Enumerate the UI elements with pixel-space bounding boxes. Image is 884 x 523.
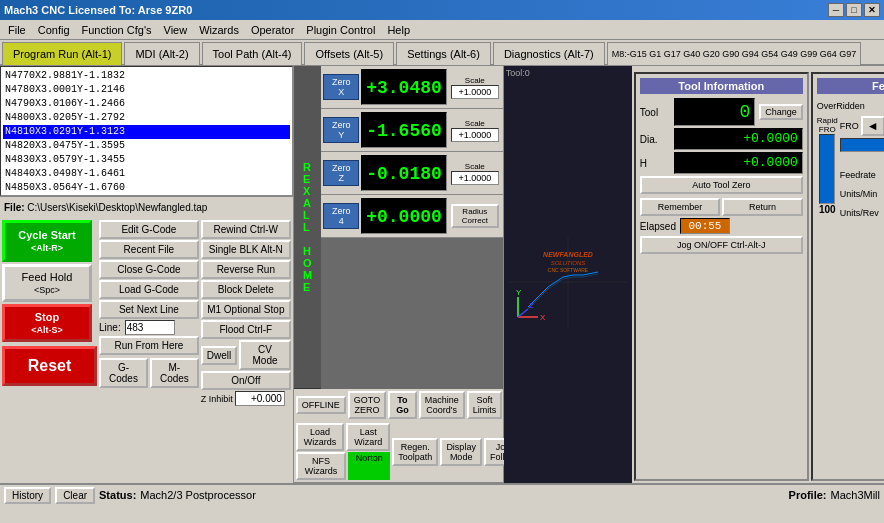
remember-button[interactable]: Remember bbox=[640, 198, 721, 216]
dro-4-scale: Radius Correct bbox=[449, 204, 501, 228]
cv-mode-button[interactable]: CV Mode bbox=[239, 340, 291, 370]
m1-optional-button[interactable]: M1 Optional Stop bbox=[201, 300, 291, 319]
close-gcode-button[interactable]: Close G-Code bbox=[99, 260, 199, 279]
scale-label-x: Scale bbox=[465, 76, 485, 85]
menu-config[interactable]: Config bbox=[32, 22, 76, 38]
feed-rate-title: Feed Rate bbox=[817, 78, 884, 94]
on-off-button[interactable]: On/Off bbox=[201, 371, 291, 390]
single-blk-button[interactable]: Single BLK Alt-N bbox=[201, 240, 291, 259]
dwell-button[interactable]: Dwell bbox=[201, 346, 237, 365]
dro-bottom-controls: OFFLINE GOTOZERO To Go MachineCoord's So… bbox=[294, 389, 503, 421]
fro-controls-area: RapidFRO 100 FRO ◄ ► bbox=[817, 116, 884, 222]
svg-text:NEWFANGLED: NEWFANGLED bbox=[543, 251, 593, 258]
z-inhibit-input[interactable] bbox=[235, 391, 285, 406]
feed-hold-button[interactable]: Feed Hold <Spc> bbox=[2, 264, 92, 302]
tool-label: Tool bbox=[640, 107, 670, 118]
dro-x-row: ZeroX +3.0480 Scale bbox=[321, 66, 503, 109]
dro-z-scale: Scale bbox=[449, 162, 501, 185]
menu-help[interactable]: Help bbox=[381, 22, 416, 38]
gcode-line-active: N4810X3.0291Y-1.3123 bbox=[3, 125, 290, 139]
to-go-button[interactable]: To Go bbox=[388, 391, 417, 419]
scale-x-input[interactable] bbox=[451, 85, 499, 99]
tab-program-run[interactable]: Program Run (Alt-1) bbox=[2, 42, 122, 66]
tab-offsets[interactable]: Offsets (Alt-5) bbox=[304, 42, 394, 66]
gcode-display[interactable]: N4770X2.9881Y-1.1832 N4780X3.0001Y-1.214… bbox=[0, 66, 293, 196]
history-button[interactable]: History bbox=[4, 487, 51, 504]
regen-toolpath-button[interactable]: Regen.Toolpath bbox=[392, 438, 438, 466]
right-info-panels: Tool Information Tool 0 Change Dia. +0.0… bbox=[632, 66, 884, 483]
svg-text:X: X bbox=[540, 313, 546, 322]
goto-zero-button[interactable]: GOTOZERO bbox=[348, 391, 386, 419]
window-controls: ─ □ ✕ bbox=[828, 3, 880, 17]
fro-bar-value: 40.00 bbox=[840, 154, 884, 165]
wizard-top-row: Load Wizards Last Wizard bbox=[296, 423, 391, 451]
mcodes-button[interactable]: M-Codes bbox=[150, 358, 199, 388]
tab-settings[interactable]: Settings (Alt-6) bbox=[396, 42, 491, 66]
last-wizard-button[interactable]: Last Wizard bbox=[346, 423, 390, 451]
tab-mdi[interactable]: MDI (Alt-2) bbox=[124, 42, 199, 66]
zero-z-button[interactable]: ZeroZ bbox=[323, 160, 359, 186]
menu-view[interactable]: View bbox=[158, 22, 194, 38]
close-button[interactable]: ✕ bbox=[864, 3, 880, 17]
tab-tool-path[interactable]: Tool Path (Alt-4) bbox=[202, 42, 303, 66]
stop-button[interactable]: Stop <Alt-S> bbox=[2, 304, 92, 342]
fro-bar-row bbox=[840, 138, 884, 152]
load-gcode-button[interactable]: Load G-Code bbox=[99, 280, 199, 299]
minimize-button[interactable]: ─ bbox=[828, 3, 844, 17]
z-inhibit-label: Z Inhibit bbox=[201, 394, 233, 404]
cycle-start-button[interactable]: Cycle Start <Alt-R> bbox=[2, 220, 92, 262]
gcodes-button[interactable]: G-Codes bbox=[99, 358, 148, 388]
radius-correct-button[interactable]: Radius Correct bbox=[451, 204, 499, 228]
recent-file-button[interactable]: Recent File bbox=[99, 240, 199, 259]
scale-z-input[interactable] bbox=[451, 171, 499, 185]
set-next-line-button[interactable]: Set Next Line bbox=[99, 300, 199, 319]
zero-y-button[interactable]: ZeroY bbox=[323, 117, 359, 143]
dro-panel: REXALLHOME ZeroX +3.0480 Scale ZeroY bbox=[294, 66, 504, 483]
tool-change-button[interactable]: Change bbox=[759, 104, 803, 120]
scale-label-z: Scale bbox=[465, 162, 485, 171]
zero-x-button[interactable]: ZeroX bbox=[323, 74, 359, 100]
clear-button[interactable]: Clear bbox=[55, 487, 95, 504]
fro-row-label: FRO bbox=[840, 121, 859, 131]
flood-ctrl-button[interactable]: Flood Ctrl-F bbox=[201, 320, 291, 339]
jog-on-off-button[interactable]: Jog ON/OFF Ctrl-Alt-J bbox=[640, 236, 803, 254]
fro-decrease-button[interactable]: ◄ bbox=[861, 116, 884, 136]
rapid-value: 100 bbox=[819, 204, 836, 215]
menu-operator[interactable]: Operator bbox=[245, 22, 300, 38]
maximize-button[interactable]: □ bbox=[846, 3, 862, 17]
display-mode-button[interactable]: DisplayMode bbox=[440, 438, 482, 466]
nfs-wizards-button[interactable]: NFS Wizards bbox=[296, 452, 346, 480]
nfs-indicator: Norton bbox=[348, 452, 390, 480]
main-control-buttons: Cycle Start <Alt-R> Feed Hold <Spc> Stop… bbox=[2, 220, 97, 481]
block-delete-button[interactable]: Block Delete bbox=[201, 280, 291, 299]
gcode-line: N4820X3.0475Y-1.3595 bbox=[3, 139, 290, 153]
load-wizards-button[interactable]: Load Wizards bbox=[296, 423, 345, 451]
machine-coords-button[interactable]: MachineCoord's bbox=[419, 391, 465, 419]
status-label: Status: bbox=[99, 489, 136, 501]
auto-tool-zero-button[interactable]: Auto Tool Zero bbox=[640, 176, 803, 194]
tab-diagnostics[interactable]: Diagnostics (Alt-7) bbox=[493, 42, 605, 66]
fro-bar-fill bbox=[840, 138, 884, 152]
menu-wizards[interactable]: Wizards bbox=[193, 22, 245, 38]
return-button[interactable]: Return bbox=[722, 198, 803, 216]
bottom-gcode-btns: G-Codes M-Codes bbox=[99, 358, 199, 388]
menu-function-cfgs[interactable]: Function Cfg's bbox=[76, 22, 158, 38]
offline-button[interactable]: OFFLINE bbox=[296, 396, 346, 414]
edit-gcode-button[interactable]: Edit G-Code bbox=[99, 220, 199, 239]
reverse-run-button[interactable]: Reverse Run bbox=[201, 260, 291, 279]
on-off-area: On/Off Z Inhibit bbox=[201, 371, 291, 406]
menu-plugin-control[interactable]: Plugin Control bbox=[300, 22, 381, 38]
scale-y-input[interactable] bbox=[451, 128, 499, 142]
line-number-input[interactable] bbox=[125, 320, 175, 335]
gcode-operations: Edit G-Code Recent File Close G-Code Loa… bbox=[99, 220, 199, 481]
rewind-button[interactable]: Rewind Ctrl-W bbox=[201, 220, 291, 239]
tool-info-title: Tool Information bbox=[640, 78, 803, 94]
tool-label: Tool:0 bbox=[504, 66, 632, 80]
run-from-here-button[interactable]: Run From Here bbox=[99, 336, 199, 355]
reset-button[interactable]: Reset bbox=[2, 346, 97, 386]
zero-4-button[interactable]: Zero4 bbox=[323, 203, 359, 229]
soft-limits-button[interactable]: SoftLimits bbox=[467, 391, 503, 419]
line-label: Line: bbox=[99, 322, 121, 333]
menu-file[interactable]: File bbox=[2, 22, 32, 38]
tool-dia-label: Dia. bbox=[640, 134, 670, 145]
